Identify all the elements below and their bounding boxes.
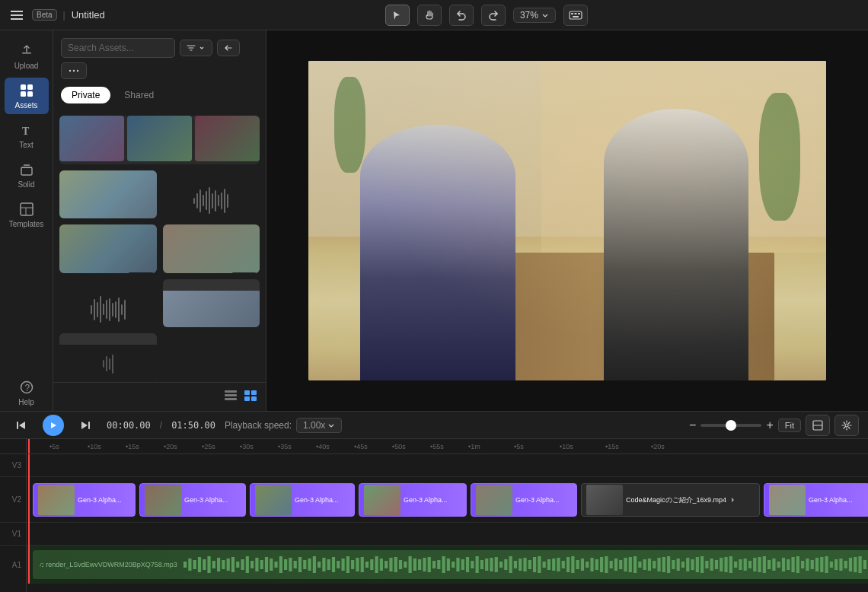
svg-rect-108 <box>538 556 541 573</box>
clip-gen3-1[interactable]: Gen-3 Alpha... <box>33 483 136 517</box>
sort-btn[interactable] <box>217 40 240 56</box>
svg-rect-127 <box>629 557 632 572</box>
tab-shared[interactable]: Shared <box>113 87 164 103</box>
assets-panel: Private Shared Demo Assets <box>53 30 266 411</box>
svg-rect-36 <box>193 560 196 569</box>
svg-rect-172 <box>844 561 847 568</box>
zoom-slider[interactable] <box>700 424 761 427</box>
undo-btn[interactable] <box>449 5 474 26</box>
play-btn[interactable] <box>43 415 64 436</box>
filter-btn[interactable] <box>180 40 212 56</box>
svg-rect-128 <box>633 556 637 573</box>
track-a1[interactable]: ♫ render_LSvdEwvVDWRM20BpXQ758.mp3 // Wi… <box>27 546 868 584</box>
svg-rect-57 <box>293 561 296 568</box>
fit-btn[interactable]: Fit <box>778 419 801 432</box>
svg-rect-116 <box>576 560 579 569</box>
svg-rect-120 <box>595 559 598 570</box>
tab-private[interactable]: Private <box>61 87 110 103</box>
zoom-out-icon[interactable]: − <box>689 419 696 432</box>
svg-rect-86 <box>432 561 436 568</box>
svg-point-20 <box>73 70 75 72</box>
asset-audio-1[interactable]: 01:16 宣伝.wav ⋯ <box>163 170 260 219</box>
next-btn[interactable] <box>73 415 97 436</box>
app-title[interactable]: Untitled <box>72 9 105 21</box>
svg-rect-132 <box>653 561 656 568</box>
ruler-35s: •35s <box>278 443 292 450</box>
sidebar-item-upload[interactable]: Upload <box>5 38 49 75</box>
svg-rect-25 <box>244 390 250 395</box>
audio-clip[interactable]: ♫ render_LSvdEwvVDWRM20BpXQ758.mp3 // Wi… <box>33 550 868 579</box>
clip-gen3-4[interactable]: Gen-3 Alpha... <box>359 483 467 517</box>
svg-rect-161 <box>791 557 794 572</box>
sidebar-item-assets[interactable]: Assets <box>5 78 49 114</box>
svg-rect-5 <box>22 53 31 54</box>
clip-codemagic[interactable]: Code&Magicのご紹介_16x9.mp4 <box>581 483 760 517</box>
svg-rect-56 <box>289 558 292 571</box>
track-v2[interactable]: Gen-3 Alpha... Gen-3 Alpha... Gen-3 Alph… <box>27 477 868 523</box>
keyboard-shortcut-btn[interactable] <box>563 5 588 26</box>
menu-icon[interactable] <box>8 8 26 23</box>
asset-more-2[interactable] <box>59 333 157 382</box>
svg-rect-100 <box>499 562 503 568</box>
svg-rect-84 <box>423 558 426 571</box>
clip-gen3-3[interactable]: Gen-3 Alpha... <box>250 483 355 517</box>
prev-btn[interactable] <box>9 415 34 436</box>
clip-gen3-2[interactable]: Gen-3 Alpha... <box>139 483 246 517</box>
asset-video-2[interactable]: 01:24 Untitled 1080p.mp4 ⋯ <box>59 224 157 273</box>
assets-search-area <box>53 30 266 87</box>
redo-btn[interactable] <box>481 5 506 26</box>
svg-rect-62 <box>318 562 321 568</box>
ruler-10s: •10s <box>88 443 101 450</box>
svg-rect-171 <box>839 559 842 571</box>
svg-rect-55 <box>284 559 287 570</box>
asset-more-1[interactable] <box>163 279 260 328</box>
fit-window-btn[interactable] <box>806 415 830 436</box>
asset-audio-2[interactable]: 01:55 Fantasy Quest.mp3 ⋯ <box>59 279 157 328</box>
sidebar-item-text[interactable]: T Text <box>5 117 49 154</box>
svg-rect-133 <box>657 558 660 571</box>
clip-gen3-6[interactable]: Gen-3 Alpha... <box>764 483 868 517</box>
svg-rect-45 <box>236 562 239 568</box>
timeline-scroll[interactable]: •5s •10s •15s •20s •25s •30s •35s •40s •… <box>27 439 868 592</box>
svg-rect-85 <box>427 557 430 572</box>
asset-demo-folder[interactable]: Demo Assets ⋯ <box>59 116 260 164</box>
beta-badge: Beta <box>32 9 57 21</box>
svg-rect-40 <box>212 561 215 568</box>
settings-btn[interactable] <box>834 415 859 436</box>
ruler-15s-2: •15s <box>605 443 619 450</box>
templates-icon <box>18 201 35 218</box>
clip-gen3-5[interactable]: Gen-3 Alpha... <box>471 483 577 517</box>
select-tool-btn[interactable] <box>385 5 410 26</box>
sidebar-item-help[interactable]: ? Help <box>5 374 49 411</box>
track-labels: V3 V2 V1 A1 <box>0 439 27 592</box>
svg-rect-146 <box>720 558 723 571</box>
list-view-btn[interactable] <box>223 389 238 405</box>
svg-rect-1 <box>571 13 573 14</box>
asset-video-3[interactable]: 01:24 Untitled 1080p.mp4 ⋯ <box>163 224 260 273</box>
more-btn[interactable] <box>61 62 87 79</box>
svg-rect-49 <box>255 558 258 571</box>
svg-rect-113 <box>562 561 565 568</box>
svg-rect-50 <box>260 560 263 569</box>
hand-tool-btn[interactable] <box>417 5 442 26</box>
track-label-a1: A1 <box>12 561 21 569</box>
svg-rect-126 <box>624 558 627 571</box>
sidebar-item-templates[interactable]: Templates <box>5 196 49 233</box>
svg-rect-28 <box>251 396 257 401</box>
svg-rect-143 <box>705 561 708 568</box>
ruler-10s-2: •10s <box>560 443 573 450</box>
svg-rect-48 <box>251 561 254 568</box>
asset-demo-more[interactable]: ⋯ <box>247 164 255 164</box>
speed-selector[interactable]: 1.00x <box>296 418 342 433</box>
sidebar-icons: Upload Assets T Text Solid Templates <box>0 30 53 411</box>
svg-rect-174 <box>854 557 857 572</box>
svg-rect-2 <box>574 13 576 14</box>
zoom-control[interactable]: 37% <box>513 8 556 23</box>
sidebar-item-solid[interactable]: Solid <box>5 157 49 193</box>
zoom-in-icon[interactable]: + <box>766 419 773 432</box>
search-input[interactable] <box>61 38 175 58</box>
asset-video-1[interactable]: 01:18 Untitled 1080p.mp4 ⋯ <box>59 170 157 219</box>
grid-view-btn[interactable] <box>243 389 258 405</box>
track-rows: Gen-3 Alpha... Gen-3 Alpha... Gen-3 Alph… <box>27 454 868 584</box>
clip-gen3-1-label: Gen-3 Alpha... <box>78 496 122 504</box>
